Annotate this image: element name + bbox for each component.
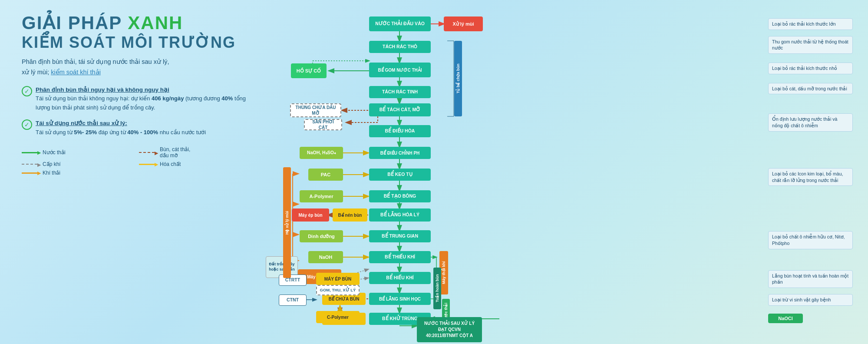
box-be-nen-bun-center: Bể nén bùn [333, 208, 367, 222]
box-be-lang-sinh-hoc: BỂ LẮNG SINH HỌC [369, 293, 431, 305]
legend: Nước thải Bùn, cát thải,dầu mỡ Cấp khí H… [22, 146, 248, 176]
box-be-keo-tu: BỂ KEO TỤ [369, 169, 431, 181]
box-gom-thu-xu-ly: GOM, THU, XỬ LÝ [316, 285, 360, 295]
box-naoh-h2so4: NaOH, H₂SO₄ [300, 147, 343, 159]
box-pac: PAC [308, 169, 343, 181]
title-green: XANH [128, 13, 183, 33]
box-nuoc-thai-sau-xu-ly: NƯỚC THẢI SAU XỬ LÝ ĐẠT QCVN 40:2011/BTN… [417, 317, 482, 342]
box-nuoc-thai-dau-vao: NƯỚC THẢI ĐẦU VÀO [369, 17, 431, 31]
desc-6: Loại bỏ các Icon kim loại, bổ màu, chất … [768, 168, 853, 186]
title-line2: KIỂM SOÁT MÔI TRƯỜNG [22, 33, 248, 52]
box-tach-rac-tho: TÁCH RÁC THÔ [369, 41, 431, 53]
box-tach-rac-tinh: TÁCH RÁC TINH [369, 86, 431, 98]
box-ho-su-co: HỒ SỰ CỐ [291, 63, 327, 78]
section-2-text: Tái sử dụng nước thải sau xử lý: Tái sử … [36, 119, 206, 137]
left-panel: GIẢI PHÁP XANH KIỂM SOÁT MÔI TRƯỜNG Phân… [13, 9, 256, 335]
label-tuan-hoan-bun: Tuần hoàn bùn [433, 268, 441, 309]
box-be-hieu-khi: BỂ HIẾU KHÍ [369, 272, 431, 284]
label-tu-be-chua-bun: Tủ bể chứa bùn [454, 41, 462, 116]
check-icon-2: ✓ [22, 119, 32, 130]
legend-nuoc-thai: Nước thải [22, 146, 130, 159]
title-prefix: GIẢI PHÁP [22, 13, 128, 33]
box-dinh-duong: Dinh dưỡng [300, 230, 343, 242]
box-naocl: NaOCl [768, 314, 803, 323]
box-may-ep-bun-bottom: MÁY ÉP BÙN [316, 273, 360, 285]
box-san-phoi-cat: SÂN PHƠI CÁT [304, 119, 342, 130]
desc-5: Ổn định lưu lượng nước thải và nồng độ c… [768, 113, 853, 131]
desc-2: Thu gom nước thải từ hệ thống thoát nước [768, 36, 853, 54]
desc-1: Loại bỏ rác thải kích thước lớn [768, 18, 853, 30]
desc-7: Loại bỏ chất ô nhiễm hữu cơ, Nitơ, Phốtp… [768, 231, 853, 249]
subtitle: Phân định bùn thải, tái sử dụng nước thả… [22, 57, 248, 77]
main-container: GIẢI PHÁP XANH KIỂM SOÁT MÔI TRƯỜNG Phân… [0, 0, 868, 344]
title-block: GIẢI PHÁP XANH KIỂM SOÁT MÔI TRƯỜNG [22, 13, 248, 52]
box-naoh-right: NaOH [308, 251, 343, 263]
desc-9: Loại trừ vi sinh vật gây bệnh [768, 294, 853, 306]
box-xu-ly-mui: Xử lý mùi [444, 17, 483, 31]
box-thung-chua-dau-mo: THÙNG CHỨA DẦU MỠ [290, 103, 341, 117]
box-be-lang-hoa-ly: BỂ LẮNG HÓA LÝ [369, 208, 431, 222]
legend-khi-thai: Khí thải [22, 170, 130, 176]
box-a-polymer: A-Polymer [300, 190, 343, 202]
legend-bun: Bùn, cát thải,dầu mỡ [139, 146, 248, 159]
desc-panel: Loại bỏ rác thải kích thước lớn Thu gom … [766, 9, 855, 335]
legend-hoa-chat: Hóa chất [139, 161, 248, 167]
box-be-tach-cat-mo: BỂ TÁCH CÁT, MỠ [369, 103, 431, 116]
section-1-text: Phân định bùn thải nguy hại và không ngu… [36, 85, 248, 112]
section-2: ✓ Tái sử dụng nước thải sau xử lý: Tái s… [22, 119, 248, 137]
flowchart-area: NƯỚC THẢI ĐẦU VÀO Xử lý mùi TÁCH RÁC THÔ… [256, 9, 766, 335]
section-1: ✓ Phân định bùn thải nguy hại và không n… [22, 85, 248, 112]
legend-label-khi-thai: Khí thải [43, 170, 60, 176]
legend-cap-khi: Cấp khí [22, 161, 130, 167]
box-be-dieu-chinh-ph: BỂ ĐIỀU CHỈNH PH [369, 147, 431, 159]
box-may-ep-bun-left: Máy ép bùn [292, 208, 329, 222]
desc-3: Loại bỏ rác thải kích thước nhỏ [768, 63, 853, 74]
box-be-dieu-hoa: BỂ ĐIỀU HÒA [369, 125, 431, 137]
box-c-polymer: C-Polymer [316, 311, 360, 323]
label-he-xu-ly-mui: Hệ xử lý mùi [283, 167, 291, 278]
legend-label-bun: Bùn, cát thải,dầu mỡ [160, 146, 190, 159]
desc-8: Lắng bùn hoạt tính và tuần hoàn một phần [768, 270, 853, 288]
desc-4: Loại bỏ cát, dầu mỡ trong nước thải [768, 83, 853, 95]
legend-label-nuoc-thai: Nước thải [43, 149, 66, 155]
box-be-tao-bong: BỂ TẠO BÔNG [369, 190, 431, 202]
legend-label-cap-khi: Cấp khí [43, 161, 61, 167]
box-be-thieu-khi: BỂ THIẾU KHÍ [369, 251, 431, 263]
section-1-title: Phân định bùn thải nguy hại và không ngu… [36, 85, 248, 95]
box-be-gom-nuoc-thai: BỂ GOM NƯỚC THẢI [369, 63, 431, 77]
check-icon-1: ✓ [22, 86, 32, 96]
box-be-trung-gian: BỂ TRUNG GIAN [369, 230, 431, 242]
legend-label-hoa-chat: Hóa chất [160, 161, 181, 167]
box-ctnt: CTNT [279, 294, 307, 306]
section-2-title: Tái sử dụng nước thải sau xử lý: [36, 119, 206, 128]
